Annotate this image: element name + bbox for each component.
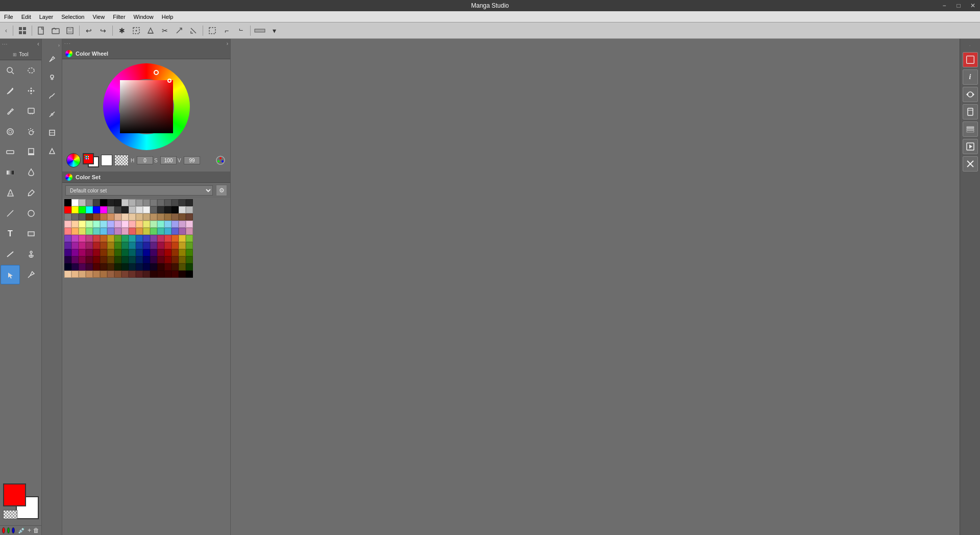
palette-cell[interactable] (100, 249, 107, 256)
palette-cell[interactable] (86, 206, 93, 213)
palette-cell[interactable] (114, 242, 121, 249)
palette-cell[interactable] (93, 213, 100, 221)
palette-cell[interactable] (179, 228, 186, 235)
palette-cell[interactable] (79, 256, 86, 263)
palette-cell[interactable] (136, 242, 143, 249)
info-panel-button[interactable]: i (963, 69, 978, 85)
palette-cell[interactable] (64, 263, 71, 271)
palette-cell[interactable] (71, 221, 79, 228)
palette-cell[interactable] (121, 271, 129, 278)
tool-spray[interactable] (21, 122, 41, 141)
tool-gradient[interactable] (1, 163, 20, 182)
save-file-button[interactable] (63, 24, 77, 37)
palette-cell[interactable] (136, 213, 143, 221)
tool-pen2[interactable] (21, 265, 41, 284)
transparent-swatch[interactable] (3, 510, 17, 519)
palette-cell[interactable] (71, 213, 79, 221)
maximize-button[interactable]: □ (951, 0, 966, 11)
palette-cell[interactable] (100, 213, 107, 221)
palette-cell[interactable] (157, 242, 164, 249)
palette-cell[interactable] (179, 221, 186, 228)
palette-cell[interactable] (121, 242, 129, 249)
v-value-input[interactable] (184, 156, 200, 164)
palette-cell[interactable] (100, 242, 107, 249)
palette-cell[interactable] (107, 199, 114, 206)
palette-cell[interactable] (164, 263, 172, 271)
palette-cell[interactable] (172, 228, 179, 235)
palette-cell[interactable] (121, 263, 129, 271)
color-set-settings-button[interactable]: ⚙ (216, 185, 227, 196)
palette-cell[interactable] (71, 199, 79, 206)
palette-cell[interactable] (121, 235, 129, 242)
palette-cell[interactable] (157, 235, 164, 242)
palette-cell[interactable] (143, 206, 150, 213)
palette-cell[interactable] (186, 213, 193, 221)
add-color-tool[interactable]: + (28, 527, 31, 534)
palette-cell[interactable] (107, 221, 114, 228)
palette-cell[interactable] (164, 221, 172, 228)
palette-cell[interactable] (129, 271, 136, 278)
palette-cell[interactable] (71, 256, 79, 263)
center-panel-collapse[interactable]: › (227, 41, 228, 46)
palette-cell[interactable] (114, 213, 121, 221)
rotate-button[interactable]: ✱ (115, 24, 129, 37)
palette-cell[interactable] (143, 235, 150, 242)
palette-cell[interactable] (129, 242, 136, 249)
palette-cell[interactable] (136, 235, 143, 242)
color-wheel-canvas[interactable] (103, 63, 190, 150)
palette-cell[interactable] (64, 249, 71, 256)
palette-cell[interactable] (164, 206, 172, 213)
palette-cell[interactable] (150, 242, 157, 249)
palette-cell[interactable] (150, 271, 157, 278)
palette-cell[interactable] (164, 271, 172, 278)
palette-cell[interactable] (164, 249, 172, 256)
palette-cell[interactable] (179, 256, 186, 263)
palette-cell[interactable] (186, 221, 193, 228)
palette-cell[interactable] (150, 249, 157, 256)
tool-bucket[interactable] (21, 163, 41, 182)
foreground-color-swatch[interactable] (3, 483, 26, 506)
palette-cell[interactable] (186, 263, 193, 271)
palette-cell[interactable] (93, 199, 100, 206)
palette-cell[interactable] (136, 199, 143, 206)
palette-cell[interactable] (64, 228, 71, 235)
palette-cell[interactable] (86, 235, 93, 242)
redo-button[interactable]: ↪ (96, 24, 110, 37)
tool-circle[interactable] (21, 204, 41, 223)
palette-cell[interactable] (93, 221, 100, 228)
tool-blur[interactable] (1, 122, 20, 141)
palette-cell[interactable] (157, 213, 164, 221)
palette-cell[interactable] (129, 235, 136, 242)
palette-cell[interactable] (164, 235, 172, 242)
palette-cell[interactable] (136, 249, 143, 256)
palette-cell[interactable] (186, 228, 193, 235)
sub-tool-btn-3[interactable] (43, 87, 61, 105)
sub-tool-btn-2[interactable] (43, 69, 61, 86)
palette-cell[interactable] (64, 242, 71, 249)
palette-cell[interactable] (64, 235, 71, 242)
tool-ruler[interactable] (1, 245, 20, 264)
palette-cell[interactable] (129, 213, 136, 221)
palette-cell[interactable] (150, 228, 157, 235)
palette-cell[interactable] (179, 249, 186, 256)
palette-cell[interactable] (93, 249, 100, 256)
tool-rect[interactable] (21, 224, 41, 244)
layers-panel-button[interactable] (963, 121, 978, 137)
menu-window[interactable]: Window (130, 13, 158, 21)
close-button[interactable]: ✕ (966, 0, 980, 11)
palette-cell[interactable] (93, 271, 100, 278)
palette-cell[interactable] (79, 249, 86, 256)
fill-button[interactable] (144, 24, 157, 37)
red-color-indicator[interactable] (2, 527, 5, 533)
tool-zoom[interactable] (1, 61, 20, 80)
palette-cell[interactable] (79, 213, 86, 221)
palette-cell[interactable] (64, 221, 71, 228)
palette-cell[interactable] (79, 235, 86, 242)
palette-cell[interactable] (179, 199, 186, 206)
palette-cell[interactable] (143, 221, 150, 228)
palette-cell[interactable] (164, 213, 172, 221)
palette-cell[interactable] (172, 249, 179, 256)
palette-cell[interactable] (186, 271, 193, 278)
palette-cell[interactable] (100, 271, 107, 278)
tool-fill[interactable] (1, 183, 20, 203)
